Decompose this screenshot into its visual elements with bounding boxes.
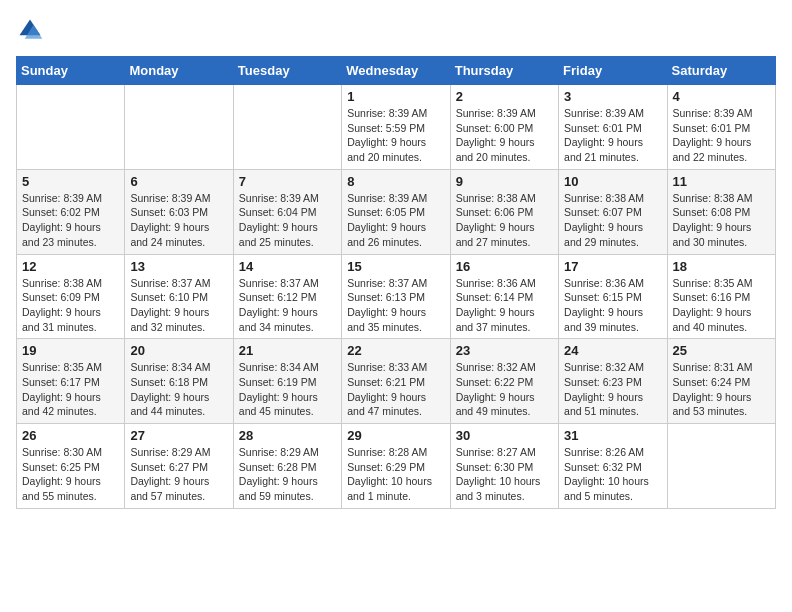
calendar-cell: 3Sunrise: 8:39 AM Sunset: 6:01 PM Daylig… [559,85,667,170]
day-number: 23 [456,343,553,358]
day-number: 9 [456,174,553,189]
day-info: Sunrise: 8:39 AM Sunset: 6:02 PM Dayligh… [22,191,119,250]
day-number: 12 [22,259,119,274]
day-number: 21 [239,343,336,358]
day-number: 26 [22,428,119,443]
day-info: Sunrise: 8:38 AM Sunset: 6:07 PM Dayligh… [564,191,661,250]
calendar-week-1: 1Sunrise: 8:39 AM Sunset: 5:59 PM Daylig… [17,85,776,170]
day-info: Sunrise: 8:39 AM Sunset: 6:01 PM Dayligh… [673,106,770,165]
calendar-cell: 18Sunrise: 8:35 AM Sunset: 6:16 PM Dayli… [667,254,775,339]
calendar-cell: 25Sunrise: 8:31 AM Sunset: 6:24 PM Dayli… [667,339,775,424]
calendar-cell: 12Sunrise: 8:38 AM Sunset: 6:09 PM Dayli… [17,254,125,339]
day-number: 6 [130,174,227,189]
day-info: Sunrise: 8:38 AM Sunset: 6:08 PM Dayligh… [673,191,770,250]
day-number: 7 [239,174,336,189]
calendar-cell: 11Sunrise: 8:38 AM Sunset: 6:08 PM Dayli… [667,169,775,254]
day-info: Sunrise: 8:29 AM Sunset: 6:27 PM Dayligh… [130,445,227,504]
day-info: Sunrise: 8:34 AM Sunset: 6:19 PM Dayligh… [239,360,336,419]
calendar-cell [667,424,775,509]
day-number: 29 [347,428,444,443]
day-header-sunday: Sunday [17,57,125,85]
day-info: Sunrise: 8:39 AM Sunset: 5:59 PM Dayligh… [347,106,444,165]
calendar-cell: 27Sunrise: 8:29 AM Sunset: 6:27 PM Dayli… [125,424,233,509]
day-header-thursday: Thursday [450,57,558,85]
calendar-cell: 5Sunrise: 8:39 AM Sunset: 6:02 PM Daylig… [17,169,125,254]
day-number: 2 [456,89,553,104]
logo [16,16,48,44]
calendar-week-2: 5Sunrise: 8:39 AM Sunset: 6:02 PM Daylig… [17,169,776,254]
day-info: Sunrise: 8:35 AM Sunset: 6:16 PM Dayligh… [673,276,770,335]
day-number: 31 [564,428,661,443]
day-info: Sunrise: 8:39 AM Sunset: 6:00 PM Dayligh… [456,106,553,165]
day-number: 4 [673,89,770,104]
calendar-week-4: 19Sunrise: 8:35 AM Sunset: 6:17 PM Dayli… [17,339,776,424]
calendar-cell: 13Sunrise: 8:37 AM Sunset: 6:10 PM Dayli… [125,254,233,339]
calendar-cell: 15Sunrise: 8:37 AM Sunset: 6:13 PM Dayli… [342,254,450,339]
calendar-cell: 29Sunrise: 8:28 AM Sunset: 6:29 PM Dayli… [342,424,450,509]
day-info: Sunrise: 8:30 AM Sunset: 6:25 PM Dayligh… [22,445,119,504]
day-header-friday: Friday [559,57,667,85]
calendar-cell: 31Sunrise: 8:26 AM Sunset: 6:32 PM Dayli… [559,424,667,509]
day-info: Sunrise: 8:32 AM Sunset: 6:23 PM Dayligh… [564,360,661,419]
day-number: 27 [130,428,227,443]
day-number: 15 [347,259,444,274]
day-number: 24 [564,343,661,358]
day-info: Sunrise: 8:26 AM Sunset: 6:32 PM Dayligh… [564,445,661,504]
day-number: 16 [456,259,553,274]
calendar-cell: 19Sunrise: 8:35 AM Sunset: 6:17 PM Dayli… [17,339,125,424]
day-number: 13 [130,259,227,274]
day-header-tuesday: Tuesday [233,57,341,85]
day-number: 20 [130,343,227,358]
logo-icon [16,16,44,44]
day-info: Sunrise: 8:38 AM Sunset: 6:06 PM Dayligh… [456,191,553,250]
calendar-cell: 28Sunrise: 8:29 AM Sunset: 6:28 PM Dayli… [233,424,341,509]
day-info: Sunrise: 8:31 AM Sunset: 6:24 PM Dayligh… [673,360,770,419]
calendar-cell: 24Sunrise: 8:32 AM Sunset: 6:23 PM Dayli… [559,339,667,424]
calendar-cell: 16Sunrise: 8:36 AM Sunset: 6:14 PM Dayli… [450,254,558,339]
calendar-cell [17,85,125,170]
page-header [16,16,776,44]
day-number: 8 [347,174,444,189]
calendar-cell: 30Sunrise: 8:27 AM Sunset: 6:30 PM Dayli… [450,424,558,509]
day-info: Sunrise: 8:37 AM Sunset: 6:13 PM Dayligh… [347,276,444,335]
day-info: Sunrise: 8:34 AM Sunset: 6:18 PM Dayligh… [130,360,227,419]
calendar-cell [125,85,233,170]
day-info: Sunrise: 8:39 AM Sunset: 6:04 PM Dayligh… [239,191,336,250]
calendar-cell: 26Sunrise: 8:30 AM Sunset: 6:25 PM Dayli… [17,424,125,509]
day-header-saturday: Saturday [667,57,775,85]
day-number: 28 [239,428,336,443]
day-number: 17 [564,259,661,274]
calendar-table: SundayMondayTuesdayWednesdayThursdayFrid… [16,56,776,509]
calendar-cell: 23Sunrise: 8:32 AM Sunset: 6:22 PM Dayli… [450,339,558,424]
day-info: Sunrise: 8:36 AM Sunset: 6:15 PM Dayligh… [564,276,661,335]
calendar-cell: 17Sunrise: 8:36 AM Sunset: 6:15 PM Dayli… [559,254,667,339]
day-number: 14 [239,259,336,274]
day-info: Sunrise: 8:29 AM Sunset: 6:28 PM Dayligh… [239,445,336,504]
day-info: Sunrise: 8:39 AM Sunset: 6:03 PM Dayligh… [130,191,227,250]
calendar-cell: 14Sunrise: 8:37 AM Sunset: 6:12 PM Dayli… [233,254,341,339]
calendar-cell: 7Sunrise: 8:39 AM Sunset: 6:04 PM Daylig… [233,169,341,254]
day-number: 10 [564,174,661,189]
calendar-cell [233,85,341,170]
day-number: 18 [673,259,770,274]
day-number: 25 [673,343,770,358]
calendar-week-5: 26Sunrise: 8:30 AM Sunset: 6:25 PM Dayli… [17,424,776,509]
calendar-cell: 20Sunrise: 8:34 AM Sunset: 6:18 PM Dayli… [125,339,233,424]
calendar-cell: 8Sunrise: 8:39 AM Sunset: 6:05 PM Daylig… [342,169,450,254]
day-number: 30 [456,428,553,443]
day-header-monday: Monday [125,57,233,85]
day-info: Sunrise: 8:38 AM Sunset: 6:09 PM Dayligh… [22,276,119,335]
day-number: 19 [22,343,119,358]
day-info: Sunrise: 8:35 AM Sunset: 6:17 PM Dayligh… [22,360,119,419]
day-number: 5 [22,174,119,189]
calendar-cell: 21Sunrise: 8:34 AM Sunset: 6:19 PM Dayli… [233,339,341,424]
day-info: Sunrise: 8:36 AM Sunset: 6:14 PM Dayligh… [456,276,553,335]
day-info: Sunrise: 8:27 AM Sunset: 6:30 PM Dayligh… [456,445,553,504]
day-info: Sunrise: 8:39 AM Sunset: 6:01 PM Dayligh… [564,106,661,165]
day-info: Sunrise: 8:37 AM Sunset: 6:12 PM Dayligh… [239,276,336,335]
day-number: 22 [347,343,444,358]
day-info: Sunrise: 8:39 AM Sunset: 6:05 PM Dayligh… [347,191,444,250]
calendar-week-3: 12Sunrise: 8:38 AM Sunset: 6:09 PM Dayli… [17,254,776,339]
day-number: 1 [347,89,444,104]
day-info: Sunrise: 8:37 AM Sunset: 6:10 PM Dayligh… [130,276,227,335]
